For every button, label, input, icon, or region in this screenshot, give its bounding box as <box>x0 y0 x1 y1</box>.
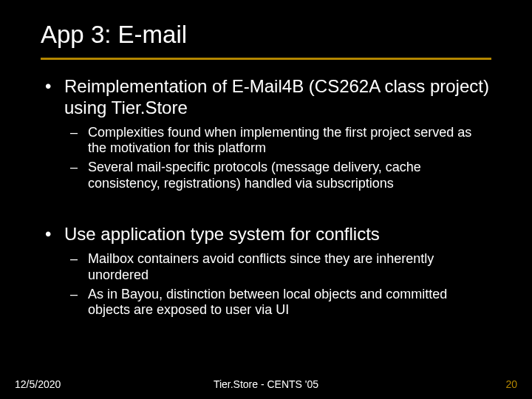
slide: App 3: E-mail Reimplementation of E-Mail… <box>0 0 532 399</box>
bullet-level1: Use application type system for conflict… <box>41 223 491 245</box>
bullet-level2: Several mail-specific protocols (message… <box>41 160 491 192</box>
bullet-level2: As in Bayou, distinction between local o… <box>41 287 491 319</box>
bullet-level2: Complexities found when implementing the… <box>41 125 491 157</box>
bullet-level1: Reimplementation of E-Mail4B (CS262A cla… <box>41 75 491 119</box>
slide-body: Reimplementation of E-Mail4B (CS262A cla… <box>41 75 491 321</box>
spacer <box>41 195 491 223</box>
footer-center: Tier.Store - CENTS '05 <box>0 378 532 390</box>
footer-page-number: 20 <box>505 378 517 390</box>
bullet-level2: Mailbox containers avoid conflicts since… <box>41 251 491 284</box>
title-rule <box>41 58 491 60</box>
slide-title: App 3: E-mail <box>41 21 187 49</box>
